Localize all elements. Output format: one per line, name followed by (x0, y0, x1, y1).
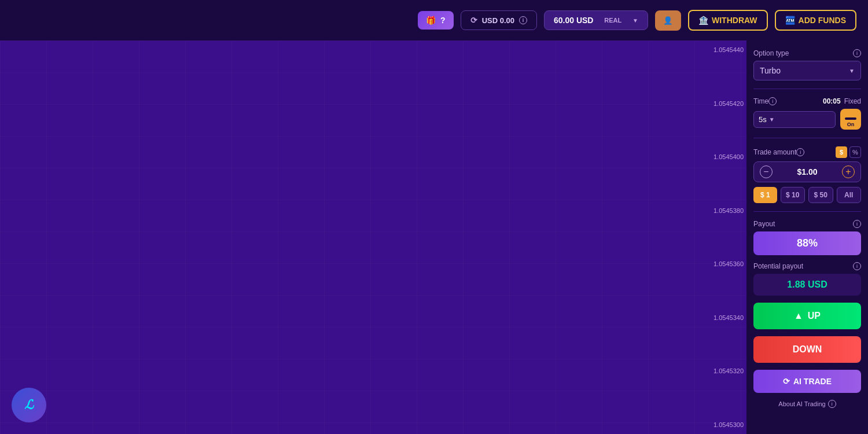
divider-1 (753, 89, 861, 89)
potential-payout-value: 1.88 USD (753, 274, 861, 296)
option-type-section: Option type i Turbo ▼ (753, 49, 861, 80)
time-select-chevron: ▼ (769, 116, 775, 123)
payout-bar: 88% (753, 231, 861, 255)
option-type-info-icon[interactable]: i (853, 49, 861, 57)
quick-amounts-row: $ 1 $ 10 $ 50 All (753, 187, 861, 203)
fixed-toggle-button[interactable]: On (840, 109, 861, 130)
option-type-select[interactable]: Turbo ▼ (753, 61, 861, 80)
time-label-row: Time i 00:05 Fixed (753, 97, 861, 105)
payout-label: Payout (753, 220, 775, 228)
trade-amount-section: Trade amount i $ % − $1.00 + $ 1 $ 10 $ … (753, 146, 861, 203)
increase-amount-button[interactable]: + (842, 165, 855, 178)
time-display: 00:05 (823, 97, 841, 105)
ai-trade-label: AI TRADE (793, 377, 832, 386)
about-ai-info-icon[interactable]: i (828, 400, 836, 408)
logo-button[interactable]: ℒ (12, 388, 46, 422)
payout-label-row: Payout i (753, 220, 861, 228)
user-profile-button[interactable]: 👤 (655, 10, 681, 31)
amount-control: − $1.00 + (753, 161, 861, 182)
chart-grid (0, 41, 746, 434)
user-icon: 👤 (663, 16, 673, 25)
gift-question: ? (440, 16, 446, 25)
gift-button[interactable]: 🎁 ? (418, 11, 454, 30)
withdraw-icon: 🏦 (698, 16, 708, 25)
withdraw-button[interactable]: 🏦 WITHDRAW (688, 10, 768, 31)
chart-area[interactable]: 1.0545440 1.0545420 1.0545400 1.0545380 … (0, 41, 746, 434)
quick-amount-1-button[interactable]: $ 1 (753, 187, 777, 203)
option-type-label-row: Option type i (753, 49, 861, 57)
chevron-down-icon: ▼ (632, 17, 638, 24)
trade-amount-label-row: Trade amount i $ % (753, 146, 861, 158)
time-section: Time i 00:05 Fixed 5s ▼ On (753, 97, 861, 130)
toggle-state: On (847, 122, 855, 127)
about-ai-text: About AI Trading (778, 400, 825, 407)
dollar-mode-button[interactable]: $ (836, 146, 847, 158)
balance-value: USD 0.00 (482, 16, 514, 25)
down-label: DOWN (793, 344, 822, 354)
amount-value: $1.00 (797, 167, 817, 176)
balance-button[interactable]: ⟳ USD 0.00 i (461, 10, 537, 30)
payout-section: Payout i 88% (753, 220, 861, 255)
right-panel: Option type i Turbo ▼ Time i 00:05 Fixed (746, 41, 868, 434)
gift-icon: 🎁 (426, 16, 436, 25)
option-type-value: Turbo (760, 66, 781, 75)
option-type-label: Option type (753, 49, 789, 57)
quick-amount-50-button[interactable]: $ 50 (808, 187, 833, 203)
option-type-chevron: ▼ (849, 68, 855, 74)
divider-2 (753, 138, 861, 138)
ai-trade-button[interactable]: ⟳ AI TRADE (753, 370, 861, 393)
account-value: 60.00 USD (554, 16, 593, 25)
potential-payout-info-icon[interactable]: i (853, 262, 861, 270)
potential-payout-section: Potential payout i 1.88 USD (753, 262, 861, 296)
potential-payout-label-row: Potential payout i (753, 262, 861, 270)
about-ai-trading-link[interactable]: About AI Trading i (753, 400, 861, 408)
add-funds-label: ADD FUNDS (799, 16, 846, 25)
up-arrow-icon: ▲ (794, 311, 803, 321)
payout-info-icon[interactable]: i (853, 220, 861, 228)
logo-text: ℒ (24, 398, 34, 413)
trade-amount-info-icon[interactable]: i (796, 148, 804, 156)
decrease-amount-button[interactable]: − (760, 165, 773, 178)
account-type-badge: REAL (604, 17, 621, 24)
payout-value: 88% (797, 237, 818, 249)
add-funds-icon: 🏧 (785, 16, 795, 25)
balance-refresh-icon: ⟳ (470, 16, 477, 25)
divider-3 (753, 211, 861, 212)
up-label: UP (808, 311, 821, 321)
main-content: 1.0545440 1.0545420 1.0545400 1.0545380 … (0, 41, 868, 434)
time-select-dropdown[interactable]: 5s ▼ (753, 111, 836, 128)
time-select-value: 5s (759, 115, 767, 124)
add-funds-button[interactable]: 🏧 ADD FUNDS (775, 10, 856, 31)
quick-amount-10-button[interactable]: $ 10 (781, 187, 806, 203)
percent-mode-button[interactable]: % (849, 146, 861, 158)
down-button[interactable]: DOWN (753, 336, 861, 363)
quick-amount-all-button[interactable]: All (837, 187, 862, 203)
svg-rect-0 (0, 41, 746, 434)
ai-trade-icon: ⟳ (783, 377, 790, 386)
potential-payout-label: Potential payout (753, 262, 803, 270)
time-info-icon[interactable]: i (768, 97, 777, 105)
time-label: Time (753, 97, 768, 105)
trade-amount-label: Trade amount (753, 148, 796, 156)
account-dropdown[interactable]: 60.00 USD REAL ▼ (544, 10, 648, 30)
potential-payout-amount: 1.88 USD (787, 279, 827, 289)
withdraw-label: WITHDRAW (712, 16, 757, 25)
fixed-label: Fixed (844, 97, 861, 105)
header: 🎁 ? ⟳ USD 0.00 i 60.00 USD REAL ▼ 👤 🏦 WI… (0, 0, 868, 41)
balance-info-icon[interactable]: i (519, 16, 527, 24)
up-button[interactable]: ▲ UP (753, 303, 861, 329)
